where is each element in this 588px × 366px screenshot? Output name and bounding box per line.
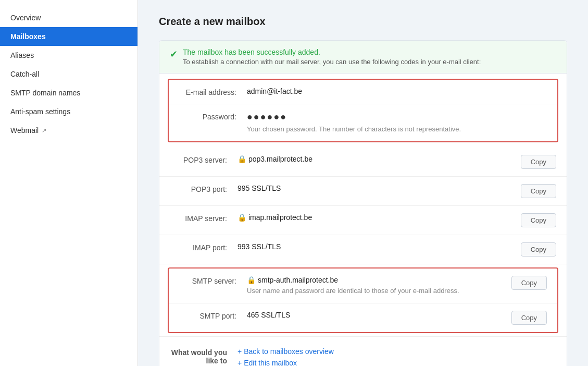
imap-server-row: IMAP server: 🔒 imap.mailprotect.be Copy xyxy=(159,206,567,235)
imap-port-row: IMAP port: 993 SSL/TLS Copy xyxy=(159,235,567,264)
pop3-server-row: POP3 server: 🔒 pop3.mailprotect.be Copy xyxy=(159,148,567,177)
main-content: Create a new mailbox ✔ The mailbox has b… xyxy=(138,0,588,366)
password-label: Password: xyxy=(179,112,247,121)
password-row: Password: ●●●●●● Your chosen password. T… xyxy=(169,104,557,141)
smtp-port-copy-button[interactable]: Copy xyxy=(511,311,547,325)
pop3-port-row: POP3 port: 995 SSL/TLS Copy xyxy=(159,177,567,206)
sidebar-item-mailboxes[interactable]: Mailboxes xyxy=(0,27,137,46)
smtp-server-note: User name and password are identical to … xyxy=(247,286,511,296)
imap-port-label: IMAP port: xyxy=(170,242,237,252)
external-link-icon: ↗ xyxy=(42,127,46,134)
password-value-block: ●●●●●● Your chosen password. The number … xyxy=(247,112,547,134)
sidebar-item-label: Overview xyxy=(10,14,41,22)
sidebar-item-webmail[interactable]: Webmail ↗ xyxy=(0,121,137,140)
smtp-server-value: 🔒 smtp-auth.mailprotect.be xyxy=(247,276,511,284)
actions-links: Back to mailboxes overview Edit this mai… xyxy=(237,347,556,366)
imap-server-copy-button[interactable]: Copy xyxy=(521,213,556,227)
actions-label: What would you like to do? xyxy=(170,347,237,366)
smtp-server-label: SMTP server: xyxy=(179,276,247,285)
imap-server-label: IMAP server: xyxy=(170,213,237,223)
smtp-port-row: SMTP port: 465 SSL/TLS Copy xyxy=(169,303,557,332)
imap-server-value: 🔒 imap.mailprotect.be xyxy=(237,213,521,222)
success-banner: ✔ The mailbox has been successfully adde… xyxy=(159,41,567,74)
sidebar-item-label: Aliases xyxy=(10,51,34,59)
email-label: E-mail address: xyxy=(179,87,247,96)
smtp-server-value-block: 🔒 smtp-auth.mailprotect.be User name and… xyxy=(247,276,511,296)
pop3-port-copy-button[interactable]: Copy xyxy=(521,184,556,198)
password-note: Your chosen password. The number of char… xyxy=(247,125,547,134)
sidebar-item-overview[interactable]: Overview xyxy=(0,8,137,27)
sidebar-item-label: Catch-all xyxy=(10,70,39,78)
lock-icon: 🔒 xyxy=(237,155,246,163)
smtp-group: SMTP server: 🔒 smtp-auth.mailprotect.be … xyxy=(168,267,558,333)
smtp-port-label: SMTP port: xyxy=(179,311,247,320)
mailbox-card: ✔ The mailbox has been successfully adde… xyxy=(159,40,567,366)
sidebar-item-label: SMTP domain names xyxy=(10,89,80,97)
lock-icon: 🔒 xyxy=(237,213,246,222)
actions-row: What would you like to do? Back to mailb… xyxy=(159,336,567,366)
sidebar-item-label: Webmail xyxy=(10,126,39,135)
edit-mailbox-link[interactable]: Edit this mailbox xyxy=(237,359,556,366)
sidebar-item-aliases[interactable]: Aliases xyxy=(0,46,137,65)
pop3-server-value: 🔒 pop3.mailprotect.be xyxy=(237,155,521,163)
imap-port-value: 993 SSL/TLS xyxy=(237,242,521,251)
password-dots: ●●●●●● xyxy=(247,112,547,123)
sidebar-item-anti-spam-settings[interactable]: Anti-spam settings xyxy=(0,102,137,121)
pop3-port-value: 995 SSL/TLS xyxy=(237,184,521,192)
email-value: admin@it-fact.be xyxy=(247,87,547,95)
smtp-server-copy-button[interactable]: Copy xyxy=(511,276,547,290)
smtp-server-row: SMTP server: 🔒 smtp-auth.mailprotect.be … xyxy=(169,269,557,303)
success-sub-text: To establish a connection with our mail … xyxy=(183,58,481,66)
pop3-server-copy-button[interactable]: Copy xyxy=(521,155,556,169)
success-icon: ✔ xyxy=(170,48,178,60)
lock-icon: 🔒 xyxy=(247,276,256,284)
sidebar-item-label: Mailboxes xyxy=(10,32,46,41)
sidebar-item-label: Anti-spam settings xyxy=(10,107,70,116)
success-text-block: The mailbox has been successfully added.… xyxy=(183,48,481,66)
sidebar-item-catch-all[interactable]: Catch-all xyxy=(0,65,137,83)
email-row: E-mail address: admin@it-fact.be xyxy=(169,80,557,104)
imap-port-copy-button[interactable]: Copy xyxy=(521,242,556,257)
sidebar-item-smtp-domain-names[interactable]: SMTP domain names xyxy=(0,83,137,102)
page-title: Create a new mailbox xyxy=(159,16,567,28)
pop3-port-label: POP3 port: xyxy=(170,184,237,193)
email-password-group: E-mail address: admin@it-fact.be Passwor… xyxy=(168,79,558,142)
back-to-mailboxes-link[interactable]: Back to mailboxes overview xyxy=(237,347,556,356)
sidebar: Overview Mailboxes Aliases Catch-all SMT… xyxy=(0,0,138,366)
success-main-text: The mailbox has been successfully added. xyxy=(183,48,481,56)
pop3-server-label: POP3 server: xyxy=(170,155,237,164)
smtp-port-value: 465 SSL/TLS xyxy=(247,311,511,319)
